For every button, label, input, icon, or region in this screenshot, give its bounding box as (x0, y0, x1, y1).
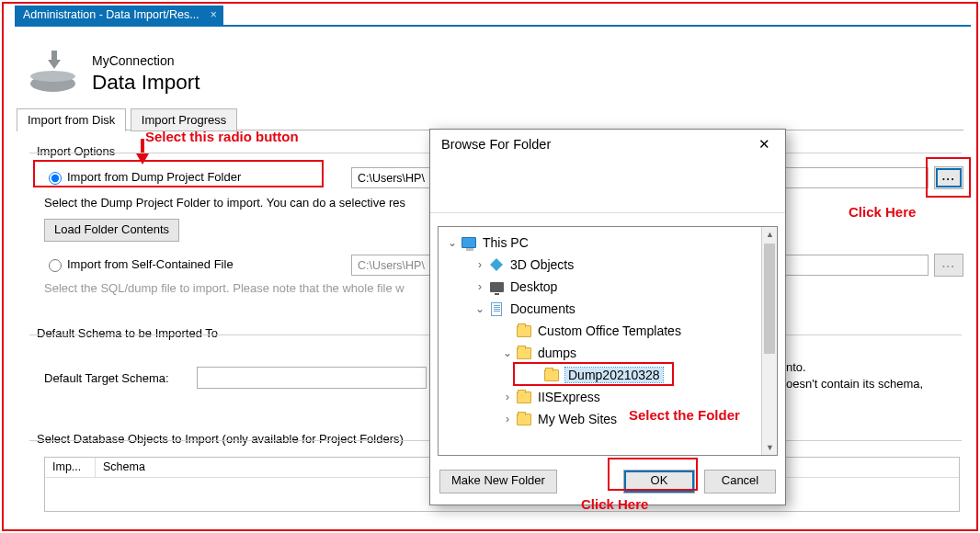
chevron-right-icon[interactable]: › (501, 413, 514, 425)
radio-self-file-row[interactable]: Import from Self-Contained File (44, 256, 234, 272)
ok-button[interactable]: OK (623, 470, 695, 493)
load-folder-button[interactable]: Load Folder Contents (44, 219, 179, 242)
annotation-select-folder: Select the Folder (629, 407, 740, 423)
chevron-down-icon[interactable]: ⌄ (473, 302, 486, 315)
annotation-select-radio: Select this radio button (145, 129, 299, 144)
dump-help-text: Select the Dump Project Folder to import… (44, 196, 405, 210)
cancel-button[interactable]: Cancel (704, 470, 776, 493)
tree-documents[interactable]: ⌄ Documents (439, 299, 575, 319)
page-title: Data Import (92, 71, 200, 95)
chevron-right-icon[interactable]: › (501, 391, 514, 403)
dialog-title: Browse For Folder (441, 137, 551, 152)
chevron-right-icon[interactable]: › (473, 280, 486, 293)
main-tabs: Import from Disk Import Progress (17, 108, 963, 130)
folder-icon (516, 390, 532, 404)
folder-icon (516, 412, 532, 426)
app-tab[interactable]: Administration - Data Import/Res... × (15, 6, 223, 25)
annotation-arrow-icon (136, 139, 149, 163)
close-tab-icon[interactable]: × (211, 8, 217, 21)
scroll-thumb[interactable] (764, 244, 775, 354)
folder-icon (543, 368, 560, 382)
tree-scrollbar[interactable]: ▲ ▼ (761, 227, 777, 455)
document-icon (488, 301, 505, 316)
default-schema-group-label: Default Schema to be Imported To (33, 326, 222, 340)
default-target-schema-label: Default Target Schema: (44, 371, 169, 385)
folder-icon (516, 346, 532, 360)
col-import[interactable]: Imp... (45, 458, 96, 477)
browse-dump-button[interactable]: ... (934, 166, 963, 189)
chevron-right-icon[interactable]: › (473, 258, 486, 271)
radio-dump-folder[interactable] (49, 172, 62, 185)
cube-icon (488, 257, 505, 272)
default-target-schema-select[interactable] (197, 367, 427, 389)
browse-self-button: ... (934, 254, 963, 277)
radio-dump-folder-label: Import from Dump Project Folder (67, 170, 241, 184)
schema-note-1: nto. (786, 360, 806, 374)
tree-3d-objects[interactable]: › 3D Objects (439, 255, 574, 275)
pc-icon (461, 235, 477, 250)
tree-dump20210328[interactable]: Dump20210328 (439, 365, 663, 385)
data-import-icon (28, 51, 78, 92)
dialog-buttons: Make New Folder OK Cancel (439, 470, 776, 493)
tree-my-web-sites[interactable]: › My Web Sites (439, 409, 617, 429)
dialog-close-button[interactable]: ✕ (748, 133, 780, 157)
annotation-click-here-2: Click Here (581, 496, 648, 512)
tree-iisexpress[interactable]: › IISExpress (439, 387, 600, 407)
connection-name: MyConnection (92, 53, 175, 68)
browse-folder-dialog: Browse For Folder ✕ ⌄ This PC › 3D Objec… (429, 129, 786, 505)
tree-dumps[interactable]: ⌄ dumps (439, 343, 576, 363)
chevron-down-icon[interactable]: ⌄ (501, 346, 514, 359)
tree-desktop[interactable]: › Desktop (439, 277, 557, 297)
dialog-separator (430, 212, 785, 213)
objects-label: Select Database Objects to Import (only … (33, 432, 407, 446)
chevron-down-icon[interactable]: ⌄ (446, 236, 459, 249)
app-tab-title: Administration - Data Import/Res... (23, 8, 199, 21)
radio-self-file[interactable] (49, 259, 62, 272)
tab-import-disk[interactable]: Import from Disk (17, 108, 126, 131)
tree-custom-templates[interactable]: Custom Office Templates (439, 321, 681, 341)
desktop-icon (488, 279, 505, 294)
folder-icon (516, 323, 532, 338)
schema-note-2: oesn't contain its schema, (786, 377, 923, 391)
radio-dump-folder-row[interactable]: Import from Dump Project Folder (44, 169, 241, 185)
annotation-click-here-1: Click Here (849, 204, 916, 220)
radio-self-file-label: Import from Self-Contained File (67, 257, 234, 271)
tab-underline (15, 25, 971, 27)
scroll-up-icon[interactable]: ▲ (766, 230, 774, 239)
scroll-down-icon[interactable]: ▼ (766, 443, 774, 452)
import-options-label: Import Options (33, 144, 119, 158)
make-new-folder-button[interactable]: Make New Folder (439, 470, 557, 493)
self-help-text: Select the SQL/dump file to import. Plea… (44, 281, 405, 295)
tree-this-pc[interactable]: ⌄ This PC (439, 232, 529, 253)
